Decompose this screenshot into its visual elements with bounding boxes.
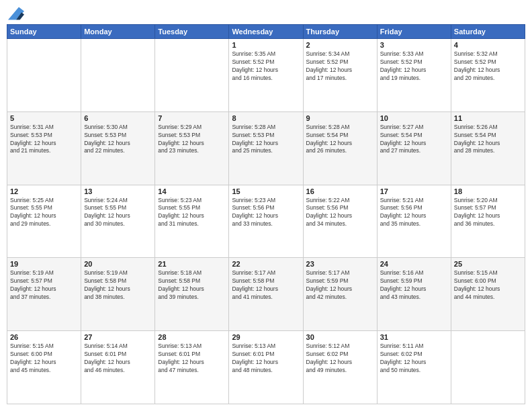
empty-cell <box>451 331 525 404</box>
day-cell-8: 8Sunrise: 5:28 AM Sunset: 5:53 PM Daylig… <box>229 111 303 185</box>
day-header-wednesday: Wednesday <box>229 25 303 39</box>
week-row-5: 26Sunrise: 5:15 AM Sunset: 6:00 PM Dayli… <box>7 331 525 404</box>
day-info: Sunrise: 5:26 AM Sunset: 5:54 PM Dayligh… <box>454 124 522 156</box>
day-number: 4 <box>454 41 522 49</box>
day-cell-9: 9Sunrise: 5:28 AM Sunset: 5:54 PM Daylig… <box>303 111 377 185</box>
day-info: Sunrise: 5:24 AM Sunset: 5:55 PM Dayligh… <box>84 197 152 229</box>
day-number: 19 <box>10 260 78 268</box>
day-cell-21: 21Sunrise: 5:18 AM Sunset: 5:58 PM Dayli… <box>155 258 229 331</box>
day-header-thursday: Thursday <box>303 25 377 39</box>
day-cell-16: 16Sunrise: 5:22 AM Sunset: 5:56 PM Dayli… <box>303 185 377 258</box>
day-cell-14: 14Sunrise: 5:23 AM Sunset: 5:55 PM Dayli… <box>155 185 229 258</box>
day-info: Sunrise: 5:20 AM Sunset: 5:57 PM Dayligh… <box>454 197 522 229</box>
day-number: 25 <box>454 260 522 268</box>
day-number: 16 <box>306 187 374 195</box>
day-number: 20 <box>84 260 152 268</box>
day-info: Sunrise: 5:13 AM Sunset: 6:01 PM Dayligh… <box>232 342 300 375</box>
day-number: 17 <box>380 187 448 195</box>
day-number: 14 <box>158 187 226 195</box>
day-info: Sunrise: 5:15 AM Sunset: 6:00 PM Dayligh… <box>454 269 522 302</box>
day-cell-22: 22Sunrise: 5:17 AM Sunset: 5:58 PM Dayli… <box>229 258 303 331</box>
day-info: Sunrise: 5:19 AM Sunset: 5:57 PM Dayligh… <box>10 269 78 302</box>
day-number: 15 <box>232 187 300 195</box>
page: SundayMondayTuesdayWednesdayThursdayFrid… <box>0 0 532 411</box>
day-cell-30: 30Sunrise: 5:12 AM Sunset: 6:02 PM Dayli… <box>303 331 377 404</box>
day-number: 26 <box>10 333 78 341</box>
day-number: 7 <box>158 114 226 122</box>
day-number: 30 <box>306 333 374 341</box>
day-cell-28: 28Sunrise: 5:13 AM Sunset: 6:01 PM Dayli… <box>155 331 229 404</box>
day-info: Sunrise: 5:15 AM Sunset: 6:00 PM Dayligh… <box>10 342 78 375</box>
day-info: Sunrise: 5:21 AM Sunset: 5:56 PM Dayligh… <box>380 197 448 229</box>
day-info: Sunrise: 5:12 AM Sunset: 6:02 PM Dayligh… <box>306 342 374 375</box>
logo-icon <box>8 7 24 20</box>
day-cell-24: 24Sunrise: 5:16 AM Sunset: 5:59 PM Dayli… <box>377 258 451 331</box>
week-row-1: 1Sunrise: 5:35 AM Sunset: 5:52 PM Daylig… <box>7 39 525 112</box>
day-cell-19: 19Sunrise: 5:19 AM Sunset: 5:57 PM Dayli… <box>7 258 81 331</box>
day-number: 1 <box>232 41 300 49</box>
day-cell-23: 23Sunrise: 5:17 AM Sunset: 5:59 PM Dayli… <box>303 258 377 331</box>
day-number: 2 <box>306 41 374 49</box>
day-header-friday: Friday <box>377 25 451 39</box>
day-number: 28 <box>158 333 226 341</box>
day-header-tuesday: Tuesday <box>155 25 229 39</box>
day-header-monday: Monday <box>81 25 155 39</box>
day-cell-29: 29Sunrise: 5:13 AM Sunset: 6:01 PM Dayli… <box>229 331 303 404</box>
day-cell-17: 17Sunrise: 5:21 AM Sunset: 5:56 PM Dayli… <box>377 185 451 258</box>
calendar-table: SundayMondayTuesdayWednesdayThursdayFrid… <box>7 24 525 404</box>
day-info: Sunrise: 5:25 AM Sunset: 5:55 PM Dayligh… <box>10 197 78 229</box>
day-info: Sunrise: 5:29 AM Sunset: 5:53 PM Dayligh… <box>158 124 226 156</box>
day-number: 13 <box>84 187 152 195</box>
day-info: Sunrise: 5:31 AM Sunset: 5:53 PM Dayligh… <box>10 124 78 156</box>
day-info: Sunrise: 5:11 AM Sunset: 6:02 PM Dayligh… <box>380 342 448 375</box>
day-cell-26: 26Sunrise: 5:15 AM Sunset: 6:00 PM Dayli… <box>7 331 81 404</box>
day-info: Sunrise: 5:32 AM Sunset: 5:52 PM Dayligh… <box>454 50 522 83</box>
day-cell-13: 13Sunrise: 5:24 AM Sunset: 5:55 PM Dayli… <box>81 185 155 258</box>
day-number: 29 <box>232 333 300 341</box>
day-number: 9 <box>306 114 374 122</box>
day-header-sunday: Sunday <box>7 25 81 39</box>
day-cell-27: 27Sunrise: 5:14 AM Sunset: 6:01 PM Dayli… <box>81 331 155 404</box>
day-number: 23 <box>306 260 374 268</box>
day-info: Sunrise: 5:23 AM Sunset: 5:55 PM Dayligh… <box>158 197 226 229</box>
day-info: Sunrise: 5:22 AM Sunset: 5:56 PM Dayligh… <box>306 197 374 229</box>
day-number: 21 <box>158 260 226 268</box>
day-number: 11 <box>454 114 522 122</box>
logo <box>7 7 24 20</box>
day-number: 6 <box>84 114 152 122</box>
day-info: Sunrise: 5:28 AM Sunset: 5:54 PM Dayligh… <box>306 124 374 156</box>
empty-cell <box>155 39 229 112</box>
day-info: Sunrise: 5:27 AM Sunset: 5:54 PM Dayligh… <box>380 124 448 156</box>
day-info: Sunrise: 5:28 AM Sunset: 5:53 PM Dayligh… <box>232 124 300 156</box>
day-number: 3 <box>380 41 448 49</box>
week-row-3: 12Sunrise: 5:25 AM Sunset: 5:55 PM Dayli… <box>7 185 525 258</box>
day-cell-6: 6Sunrise: 5:30 AM Sunset: 5:53 PM Daylig… <box>81 111 155 185</box>
day-number: 5 <box>10 114 78 122</box>
day-number: 8 <box>232 114 300 122</box>
day-cell-4: 4Sunrise: 5:32 AM Sunset: 5:52 PM Daylig… <box>451 39 525 112</box>
day-cell-11: 11Sunrise: 5:26 AM Sunset: 5:54 PM Dayli… <box>451 111 525 185</box>
day-info: Sunrise: 5:23 AM Sunset: 5:56 PM Dayligh… <box>232 197 300 229</box>
day-cell-2: 2Sunrise: 5:34 AM Sunset: 5:52 PM Daylig… <box>303 39 377 112</box>
day-info: Sunrise: 5:17 AM Sunset: 5:58 PM Dayligh… <box>232 269 300 302</box>
empty-cell <box>7 39 81 112</box>
day-number: 12 <box>10 187 78 195</box>
day-cell-15: 15Sunrise: 5:23 AM Sunset: 5:56 PM Dayli… <box>229 185 303 258</box>
day-info: Sunrise: 5:19 AM Sunset: 5:58 PM Dayligh… <box>84 269 152 302</box>
empty-cell <box>81 39 155 112</box>
day-cell-20: 20Sunrise: 5:19 AM Sunset: 5:58 PM Dayli… <box>81 258 155 331</box>
day-info: Sunrise: 5:13 AM Sunset: 6:01 PM Dayligh… <box>158 342 226 375</box>
day-cell-12: 12Sunrise: 5:25 AM Sunset: 5:55 PM Dayli… <box>7 185 81 258</box>
day-info: Sunrise: 5:18 AM Sunset: 5:58 PM Dayligh… <box>158 269 226 302</box>
day-number: 22 <box>232 260 300 268</box>
day-number: 24 <box>380 260 448 268</box>
day-info: Sunrise: 5:35 AM Sunset: 5:52 PM Dayligh… <box>232 50 300 83</box>
day-info: Sunrise: 5:17 AM Sunset: 5:59 PM Dayligh… <box>306 269 374 302</box>
day-cell-3: 3Sunrise: 5:33 AM Sunset: 5:52 PM Daylig… <box>377 39 451 112</box>
day-number: 18 <box>454 187 522 195</box>
day-info: Sunrise: 5:14 AM Sunset: 6:01 PM Dayligh… <box>84 342 152 375</box>
day-info: Sunrise: 5:30 AM Sunset: 5:53 PM Dayligh… <box>84 124 152 156</box>
day-number: 10 <box>380 114 448 122</box>
day-header-saturday: Saturday <box>451 25 525 39</box>
week-row-2: 5Sunrise: 5:31 AM Sunset: 5:53 PM Daylig… <box>7 111 525 185</box>
